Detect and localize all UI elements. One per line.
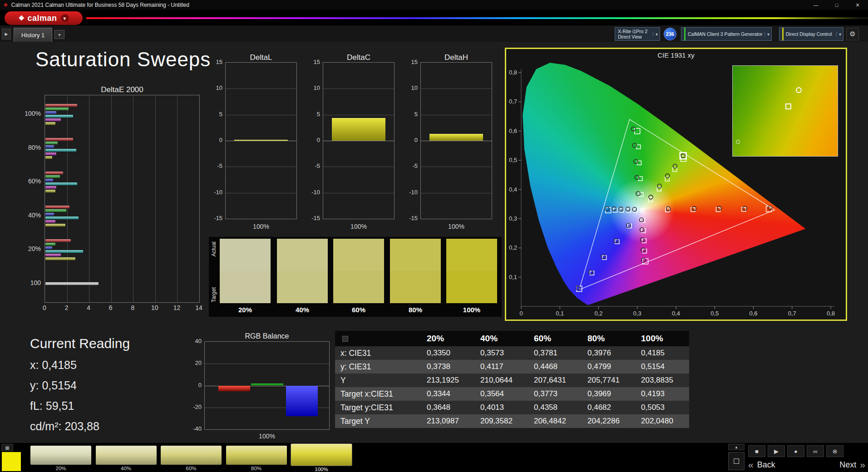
minimize-button[interactable]: — [805,0,826,10]
deltae-bar [45,172,63,174]
deltae-bar [45,111,56,114]
record-button[interactable]: ● [787,445,804,457]
pattern-swatch-40%[interactable]: 40% [96,445,157,470]
table-cell: 0,5053 [636,401,689,414]
inset-measured-marker [736,140,740,144]
calman-logo-button[interactable]: ❖ calman ▾ [5,11,83,25]
table-row-label: Target Y [335,414,421,428]
cie-plot-area: 00,10,10,20,20,30,30,40,40,50,50,60,60,7… [506,49,846,320]
deltal-xlabel: 100% [225,223,297,230]
transport-nav: « Back Next » [748,458,865,471]
axis-tick-label: -15 [214,215,222,221]
panel-expander-button[interactable]: ▶ [2,29,11,39]
axis-tick-label: -10 [409,189,418,196]
current-reading-title: Current Reading [30,336,130,351]
current-reading-lines: x: 0,4185y: 0,5154fL: 59,51cd/m²: 203,88 [30,359,130,440]
table-col-header: 60% [528,331,582,346]
add-tab-button[interactable]: + [54,30,64,39]
meter-dropdown[interactable]: X-Rite i1Pro 2 Direct View ▾ [615,27,660,41]
deltae-bar [45,206,69,208]
target-row-label: Target [211,287,217,302]
axis-tick-label: 5 [219,111,222,118]
grid-line [323,115,394,115]
app-window: ❖ Calman 2021 Calman Ultimate for Busine… [0,0,868,472]
table-cell: 0,3564 [475,387,528,401]
panel-up-button[interactable]: ▲ [728,444,745,450]
loop-icon: ∞ [813,448,817,455]
reading-value: x: 0,4185 [30,359,130,379]
deltae-bar [45,108,69,110]
table-cell: 0,3976 [582,346,636,360]
display-control-dropdown[interactable]: Direct Display Control ▾ [779,27,843,41]
pattern-swatch-label: 20% [30,466,91,471]
deltae-bar [45,182,77,185]
next-button[interactable]: Next [839,460,856,470]
grid-line [323,88,394,89]
tab-history-1[interactable]: History 1 [14,28,52,42]
pattern-generator-label: CalMAN Client 3 Pattern Generator [688,31,763,37]
chevron-down-icon: ▾ [653,32,658,37]
patch-swatch [390,239,441,303]
pattern-swatch-label: 40% [96,466,157,471]
table-cell: 206,4842 [528,414,582,428]
axis-tick-label: -10 [214,189,222,196]
table-cell: 0,4193 [636,387,689,401]
next-chevrons-icon[interactable]: » [860,459,865,470]
rgb-balance-plot [204,341,330,430]
axis-tick-label: -20 [193,403,202,410]
table-cell: 202,0480 [636,414,689,428]
close-button[interactable]: ✕ [847,0,868,10]
actual-swatch [333,239,384,271]
svg-text:0,1: 0,1 [556,310,564,317]
deltae-bar [45,142,58,144]
deltae-bar [45,186,56,189]
axis-tick-label: 8 [131,304,134,311]
back-chevrons-icon[interactable]: « [748,459,754,470]
meter-count-badge[interactable]: 236 [664,28,676,40]
settings-gear-button[interactable]: ⚙ [846,28,859,40]
patch-compare-column: 60% [333,237,384,317]
axis-tick-label: 20 [195,359,202,366]
table-cell: 0,4799 [582,360,636,374]
loop-button[interactable]: ∞ [807,445,824,457]
grid-line [133,95,133,302]
deltah-chart-title: DeltaH [420,53,492,62]
deltah-chart: DeltaH 151050-5-10-15 100% [409,53,495,235]
table-cell: 203,8835 [636,374,689,387]
pattern-swatch-100%[interactable]: 100% [291,445,352,470]
deltac-plot [323,62,395,219]
logo-menu-chevron-icon[interactable]: ▾ [61,14,69,22]
table-cell: 0,4358 [528,401,582,414]
pattern-swatch-60%[interactable]: 60% [161,445,222,470]
play-button[interactable]: ▶ [768,445,785,457]
display-control-label: Direct Display Control [786,31,832,37]
deltac-ylabels: 151050-5-10-15 [311,62,321,219]
grid-line [67,95,68,302]
table-cell: 213,1925 [421,374,475,387]
disconnect-button[interactable]: ⊗ [826,445,843,457]
cie-chart-title: CIE 1931 xy [506,51,846,59]
back-button[interactable]: Back [757,460,775,470]
current-patch-preview [2,452,21,471]
pattern-swatch-20%[interactable]: 20% [30,445,91,470]
grid-line [421,167,492,167]
reading-value: cd/m²: 203,88 [30,420,130,440]
patch-swatch [220,239,271,303]
deltah-xlabel: 100% [420,223,492,230]
deltae-bar [45,224,65,226]
stop-button[interactable]: ■ [748,445,765,457]
deltae-bar [45,138,73,141]
deltae-bar [45,257,75,260]
deltae-bar [45,175,60,178]
pattern-window-button[interactable]: □ [728,452,745,470]
pattern-generator-dropdown[interactable]: CalMAN Client 3 Pattern Generator ▾ [681,27,772,41]
window-controls: — □ ✕ [805,0,868,10]
maximize-button[interactable]: □ [826,0,847,10]
grid-line [89,95,89,302]
target-swatch [220,271,271,303]
target-swatch [277,271,328,303]
deltae-bar [45,118,61,121]
rgb-bar-red [218,386,250,391]
pattern-swatch-80%[interactable]: 80% [226,445,287,470]
pattern-grid-button[interactable]: ▦ [1,444,13,451]
